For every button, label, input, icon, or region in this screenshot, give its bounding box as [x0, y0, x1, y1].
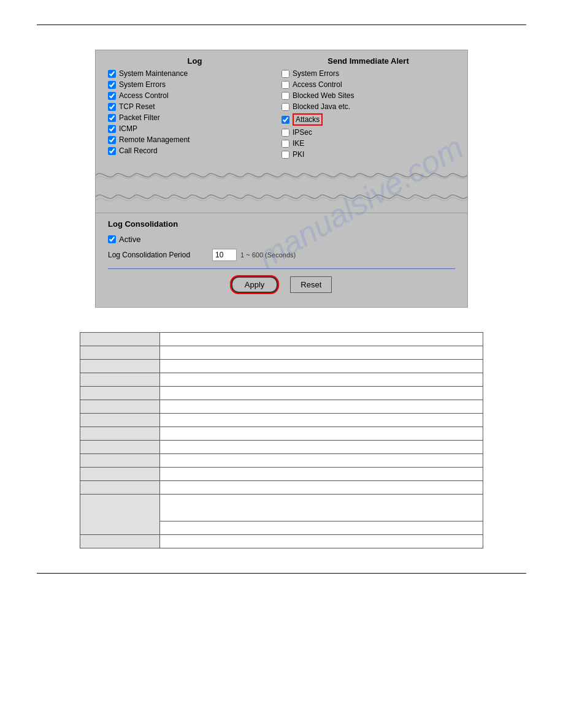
table-cell-col1: [80, 427, 160, 441]
log-label-3: TCP Reset: [119, 102, 155, 111]
table-container: [80, 332, 483, 548]
log-row-6: Remote Management: [108, 135, 282, 144]
table-row: [80, 468, 483, 481]
log-checkbox-2[interactable]: [108, 92, 116, 100]
active-checkbox[interactable]: [108, 235, 116, 243]
log-label-4: Packet Filter: [119, 113, 160, 122]
table-cell-col1: [80, 387, 160, 400]
alert-checkbox-7[interactable]: [282, 151, 289, 159]
active-label: Active: [119, 235, 140, 244]
log-checkbox-6[interactable]: [108, 136, 116, 144]
log-checkbox-3[interactable]: [108, 103, 116, 111]
table-cell-col2: [160, 373, 483, 387]
period-row: Log Consolidation Period 1 ~ 600 (Second…: [108, 249, 455, 261]
log-label-1: System Errors: [119, 80, 166, 89]
period-label: Log Consolidation Period: [108, 251, 206, 259]
bottom-rule: [37, 573, 526, 574]
log-checkbox-1[interactable]: [108, 81, 116, 89]
table-cell-col1-merged: [80, 495, 160, 535]
log-checkbox-0[interactable]: [108, 70, 116, 78]
alert-column: Send Immediate Alert System Errors Acces…: [282, 56, 455, 161]
log-label-0: System Maintenance: [119, 69, 188, 78]
period-input[interactable]: [212, 249, 237, 261]
table-cell-col1: [80, 360, 160, 373]
log-checkbox-7[interactable]: [108, 147, 116, 155]
table-cell-col1: [80, 333, 160, 346]
apply-button[interactable]: Apply: [231, 276, 278, 293]
log-row-2: Access Control: [108, 91, 282, 100]
alert-row-0: System Errors: [282, 69, 455, 78]
table-row: [80, 427, 483, 441]
alert-row-1: Access Control: [282, 80, 455, 89]
consolidation-section: Log Consolidation Active Log Consolidati…: [96, 213, 467, 307]
table-row: [80, 360, 483, 373]
alert-row-7: PKI: [282, 150, 455, 159]
table-cell-col2: [160, 454, 483, 468]
table-row: [80, 346, 483, 360]
table-cell-col1: [80, 454, 160, 468]
table-cell-col2: [160, 360, 483, 373]
table-cell-col1: [80, 481, 160, 495]
alert-label-4: Attacks: [293, 113, 323, 126]
table-cell-col1: [80, 468, 160, 481]
table-row: [80, 373, 483, 387]
log-row-0: System Maintenance: [108, 69, 282, 78]
panel-top: Log System Maintenance System Errors Acc…: [96, 50, 467, 161]
buttons-row: Apply Reset: [108, 276, 455, 293]
log-label-2: Access Control: [119, 91, 169, 100]
table-row: [80, 400, 483, 414]
table-cell-col2: [160, 346, 483, 360]
data-table: [80, 332, 483, 548]
alert-label-1: Access Control: [293, 80, 342, 89]
blue-line: [108, 268, 455, 269]
alert-label-2: Blocked Web Sites: [293, 91, 354, 100]
page-container: manualsive.com Log System Maintenance Sy…: [0, 0, 563, 728]
main-panel: Log System Maintenance System Errors Acc…: [95, 50, 468, 308]
alert-checkbox-2[interactable]: [282, 92, 289, 100]
log-checkbox-5[interactable]: [108, 125, 116, 133]
alert-label-3: Blocked Java etc.: [293, 102, 350, 111]
alert-checkbox-0[interactable]: [282, 70, 289, 78]
table-cell-col2: [160, 427, 483, 441]
alert-label-0: System Errors: [293, 69, 339, 78]
alert-checkbox-1[interactable]: [282, 81, 289, 89]
consolidation-title: Log Consolidation: [108, 219, 455, 229]
log-label-7: Call Record: [119, 146, 158, 155]
alert-row-2: Blocked Web Sites: [282, 91, 455, 100]
table-row: [80, 454, 483, 468]
log-col-header: Log: [108, 56, 282, 66]
alert-label-5: IPSec: [293, 128, 312, 137]
table-row: [80, 441, 483, 454]
alert-checkbox-6[interactable]: [282, 140, 289, 148]
alert-checkbox-3[interactable]: [282, 103, 289, 111]
table-cell-col2: [160, 535, 483, 548]
table-row: [80, 414, 483, 427]
log-row-5: ICMP: [108, 124, 282, 133]
alert-row-4: Attacks: [282, 113, 455, 126]
alert-checkbox-5[interactable]: [282, 129, 289, 137]
log-label-5: ICMP: [119, 124, 137, 133]
alert-row-3: Blocked Java etc.: [282, 102, 455, 111]
table-cell-col1: [80, 400, 160, 414]
alert-checkbox-4[interactable]: [282, 116, 289, 124]
top-rule: [37, 25, 526, 25]
alert-label-6: IKE: [293, 139, 304, 148]
wavy-separator-bottom: [96, 189, 467, 208]
table-cell-col2: [160, 400, 483, 414]
table-cell-col2: [160, 481, 483, 495]
log-checkbox-4[interactable]: [108, 114, 116, 122]
active-row: Active: [108, 235, 455, 244]
table-cell-col2: [160, 387, 483, 400]
table-cell-col2: [160, 441, 483, 454]
table-cell-col2: [160, 495, 483, 521]
reset-button[interactable]: Reset: [290, 276, 332, 293]
table-row-merged: [80, 495, 483, 521]
log-row-3: TCP Reset: [108, 102, 282, 111]
table-row: [80, 333, 483, 346]
table-cell-col2: [160, 333, 483, 346]
table-cell-col1: [80, 441, 160, 454]
table-cell-col1: [80, 535, 160, 548]
table-row: [80, 535, 483, 548]
log-row-1: System Errors: [108, 80, 282, 89]
table-cell-col2: [160, 521, 483, 535]
